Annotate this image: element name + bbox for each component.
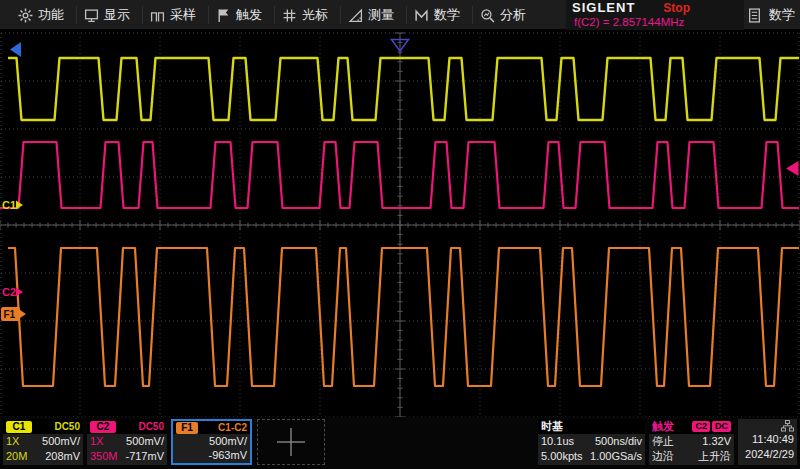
menu-label: 测量 (368, 6, 394, 24)
menu-math-shortcut[interactable]: 数学 (748, 0, 795, 30)
timebase-points: 5.00kpts (541, 449, 583, 464)
math-icon (414, 8, 429, 23)
c2-zero-label[interactable]: C2 (2, 286, 16, 298)
trigger-title: 触发 (652, 419, 674, 434)
timebase-descriptor[interactable]: 时基 10.1us500ns/div 5.00kpts1.00GSa/s (538, 419, 645, 465)
top-menu-bar: 功能 显示 采样 触发 光标 测量 数学 分析 SIGLENT Stop f(C… (0, 0, 800, 30)
channel-c2-descriptor[interactable]: C2 DC50 1X500mV/ 350M-717mV (87, 419, 167, 465)
timebase-samplerate: 1.00GSa/s (590, 449, 642, 464)
menu-label: 触发 (236, 6, 262, 24)
menu-display[interactable]: 显示 (84, 0, 130, 30)
gear-icon (18, 8, 33, 23)
menu-separator (76, 6, 77, 24)
plus-icon (276, 427, 306, 457)
f1-scale: 500mV/ (209, 434, 247, 448)
c2-scale: 500mV/ (126, 434, 164, 449)
trigger-level: 1.32V (702, 434, 731, 449)
menu-label: 采样 (170, 6, 196, 24)
menu-acquire[interactable]: 采样 (150, 0, 196, 30)
brand-status-block: SIGLENT Stop f(C2) = 2.857144MHz (566, 0, 744, 30)
trigger-source-badge: C2 (692, 421, 710, 432)
f1-expression: C1-C2 (218, 422, 247, 433)
menu-separator (472, 6, 473, 24)
c1-offset: 208mV (45, 449, 80, 464)
f1-zero-label: F1 (4, 309, 16, 320)
menu-function[interactable]: 功能 (18, 0, 64, 30)
run-state-indicator[interactable]: Stop (663, 1, 690, 15)
menu-trigger[interactable]: 触发 (216, 0, 262, 30)
menu-label: 数学 (769, 6, 795, 24)
f1-offset: -963mV (208, 448, 247, 462)
channel-c1-descriptor[interactable]: C1 DC50 1X500mV/ 20M208mV (3, 419, 83, 465)
timebase-delay: 10.1us (541, 434, 574, 449)
trace-f1 (8, 248, 799, 386)
c1-probe: 1X (6, 434, 19, 449)
c2-badge: C2 (90, 421, 116, 433)
c1-bandwidth: 20M (6, 449, 27, 464)
trigger-level-marker[interactable] (786, 161, 799, 176)
menu-separator (406, 6, 407, 24)
menu-math[interactable]: 数学 (414, 0, 460, 30)
trigger-frequency-readout: f(C2) = 2.857144MHz (566, 15, 744, 30)
c2-coupling: DC50 (138, 421, 164, 432)
c2-zero-arrow-icon (16, 288, 23, 297)
menu-separator (274, 6, 275, 24)
horizontal-delay-marker[interactable] (10, 42, 21, 57)
trace-c1 (8, 58, 799, 120)
flag-icon (216, 8, 231, 23)
trigger-coupling-badge: DC (712, 421, 731, 432)
c1-badge: C1 (6, 421, 32, 433)
c2-bandwidth: 350M (90, 449, 118, 464)
menu-measure[interactable]: 测量 (348, 0, 394, 30)
trigger-slope: 上升沿 (698, 449, 731, 464)
acquire-icon (150, 8, 165, 23)
menu-separator (208, 6, 209, 24)
menu-label: 光标 (302, 6, 328, 24)
display-icon (84, 8, 99, 23)
datetime-box[interactable]: 11:40:49 2024/2/29 (738, 419, 797, 465)
math-f1-descriptor[interactable]: F1 C1-C2 500mV/ -963mV (171, 419, 252, 465)
menu-label: 显示 (104, 6, 130, 24)
c2-offset: -717mV (125, 449, 164, 464)
measure-icon (348, 8, 363, 23)
f1-zero-arrow-icon (20, 310, 26, 318)
menu-label: 分析 (500, 6, 526, 24)
notes-icon (748, 8, 761, 23)
menu-separator (340, 6, 341, 24)
cursor-icon (282, 8, 297, 23)
c1-scale: 500mV/ (42, 434, 80, 449)
c1-zero-label[interactable]: C1 (2, 199, 16, 211)
clock-time: 11:40:49 (752, 432, 794, 447)
c2-probe: 1X (90, 434, 103, 449)
trigger-type: 边沿 (652, 449, 674, 464)
f1-badge: F1 (176, 422, 198, 434)
menu-cursor[interactable]: 光标 (282, 0, 328, 30)
analysis-icon (480, 8, 495, 23)
oscilloscope-screen: { "menu": { "items": [ {"label": "功能", "… (0, 0, 800, 469)
menu-label: 功能 (38, 6, 64, 24)
trigger-descriptor[interactable]: 触发 C2 DC 停止1.32V 边沿上升沿 (649, 419, 734, 465)
status-bar: C1 DC50 1X500mV/ 20M208mV C2 DC50 1X500m… (0, 417, 800, 469)
menu-label: 数学 (434, 6, 460, 24)
menu-analysis[interactable]: 分析 (480, 0, 526, 30)
waveform-display-area[interactable]: C1C2F1 (0, 0, 800, 469)
brand-logo: SIGLENT (566, 0, 635, 15)
trigger-state: 停止 (652, 434, 674, 449)
network-icon (781, 420, 794, 432)
c1-coupling: DC50 (54, 421, 80, 432)
timebase-title: 时基 (541, 419, 563, 434)
clock-date: 2024/2/29 (745, 447, 794, 462)
menu-separator (142, 6, 143, 24)
empty-channel-slot[interactable] (257, 419, 325, 465)
timebase-scale: 500ns/div (595, 434, 642, 449)
